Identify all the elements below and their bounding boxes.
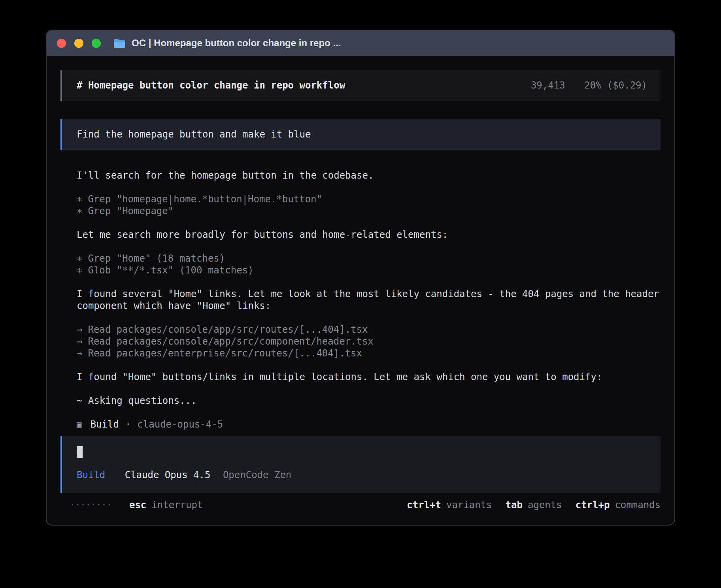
shortcut-interrupt: escinterrupt (129, 499, 203, 511)
shortcut-agents: tabagents (506, 499, 562, 511)
user-message-text: Find the homepage button and make it blu… (77, 129, 311, 140)
tool-call-read: →Read packages/console/app/src/routes/[.… (60, 324, 661, 335)
tool-call-read: →Read packages/console/app/src/component… (60, 335, 661, 347)
tool-bullet-icon: ∗ (77, 205, 82, 217)
shortcut-key: tab (506, 499, 523, 511)
window-title-text: OC | Homepage button color change in rep… (132, 38, 341, 49)
shortcut-variants: ctrl+tvariants (407, 499, 492, 511)
agent-model: claude-opus-4-5 (137, 418, 223, 430)
session-header: # Homepage button color change in repo w… (60, 70, 661, 101)
tool-call-text: Read packages/enterprise/src/routes/[...… (88, 348, 362, 359)
shortcut-label: agents (528, 499, 562, 511)
mode-label: Build (77, 469, 105, 481)
minimize-button[interactable] (74, 39, 83, 48)
shortcut-key: ctrl+t (407, 499, 441, 511)
status-bar: ········ escinterrupt ctrl+tvariants tab… (60, 499, 661, 511)
tool-call-text: Read packages/console/app/src/routes/[..… (88, 324, 368, 335)
assistant-paragraph: I found several "Home" links. Let me loo… (60, 288, 661, 312)
window-title: OC | Homepage button color change in rep… (113, 38, 341, 49)
token-count: 39,413 (531, 80, 565, 91)
status-text: ~ Asking questions... (60, 395, 661, 407)
tool-call-text: Grep "Homepage" (88, 205, 174, 217)
tool-bullet-icon: ∗ (77, 194, 82, 205)
shortcut-commands: ctrl+pcommands (576, 499, 661, 511)
input-status-line: Build Claude Opus 4.5 OpenCode Zen (77, 469, 647, 481)
shortcut-label: interrupt (151, 499, 203, 511)
arrow-right-icon: → (77, 336, 82, 347)
arrow-right-icon: → (77, 348, 82, 359)
session-stats: 39,413 20% ($0.29) (531, 79, 647, 91)
tool-call-read: →Read packages/enterprise/src/routes/[..… (60, 347, 661, 359)
text-cursor (77, 446, 83, 458)
status-bar-right: ctrl+tvariants tabagents ctrl+pcommands (407, 499, 661, 511)
provider-label: OpenCode Zen (223, 469, 291, 481)
terminal-window: OC | Homepage button color change in rep… (46, 30, 675, 526)
context-cost: 20% ($0.29) (584, 80, 647, 91)
agent-badge: ▣ Build · claude-opus-4-5 (60, 418, 661, 430)
close-button[interactable] (57, 39, 66, 48)
assistant-paragraph: I'll search for the homepage button in t… (60, 170, 661, 181)
tool-call-grep: ∗Grep "Homepage" (60, 205, 661, 217)
spinner-dots: ········ (70, 499, 112, 511)
tool-bullet-icon: ∗ (77, 253, 82, 264)
tool-call-group: ∗Grep "homepage|home.*button|Home.*butto… (60, 193, 661, 217)
tool-call-grep: ∗Grep "homepage|home.*button|Home.*butto… (60, 193, 661, 205)
tool-call-text: Grep "Home" (18 matches) (88, 253, 225, 264)
arrow-right-icon: → (77, 324, 82, 335)
agent-name: Build (91, 418, 119, 430)
folder-icon (113, 38, 126, 48)
tool-call-group: →Read packages/console/app/src/routes/[.… (60, 324, 661, 359)
shortcut-key: ctrl+p (576, 499, 610, 511)
assistant-paragraph: I found "Home" buttons/links in multiple… (60, 371, 661, 383)
shortcut-label: commands (615, 499, 661, 511)
tool-call-text: Glob "**/*.tsx" (100 matches) (88, 265, 253, 276)
traffic-lights (57, 39, 101, 48)
prompt-input[interactable]: Build Claude Opus 4.5 OpenCode Zen (60, 436, 661, 493)
shortcut-key: esc (129, 499, 146, 511)
separator-dot: · (125, 418, 131, 430)
user-message: Find the homepage button and make it blu… (60, 119, 661, 150)
status-bar-left: ········ escinterrupt (70, 499, 203, 511)
tool-call-text: Read packages/console/app/src/component/… (88, 336, 373, 347)
titlebar[interactable]: OC | Homepage button color change in rep… (47, 30, 674, 56)
model-label: Claude Opus 4.5 (125, 469, 211, 481)
session-title: # Homepage button color change in repo w… (77, 79, 345, 91)
assistant-paragraph: Let me search more broadly for buttons a… (60, 229, 661, 241)
shortcut-label: variants (446, 499, 492, 511)
tool-call-text: Grep "homepage|home.*button|Home.*button… (88, 194, 322, 205)
tool-call-grep: ∗Grep "Home" (18 matches) (60, 253, 661, 264)
agent-icon: ▣ (77, 418, 82, 430)
tool-call-glob: ∗Glob "**/*.tsx" (100 matches) (60, 264, 661, 276)
terminal-content: # Homepage button color change in repo w… (47, 56, 674, 511)
tool-bullet-icon: ∗ (77, 265, 82, 276)
tool-call-group: ∗Grep "Home" (18 matches) ∗Glob "**/*.ts… (60, 253, 661, 276)
zoom-button[interactable] (92, 39, 101, 48)
